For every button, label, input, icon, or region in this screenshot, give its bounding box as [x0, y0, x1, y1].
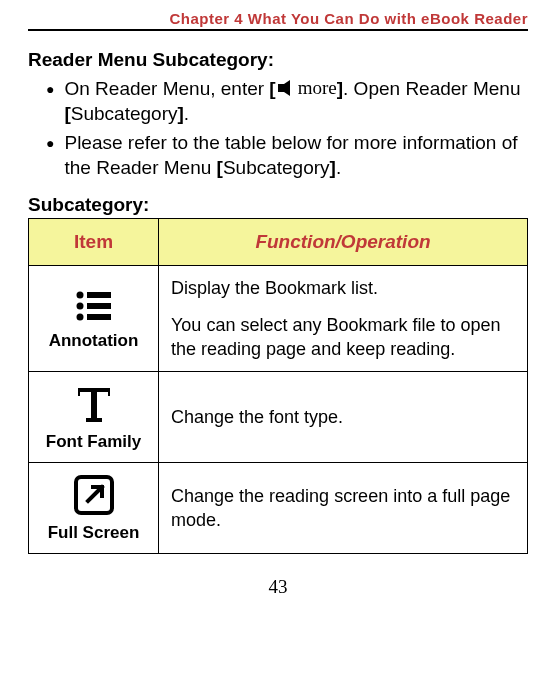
more-icon-group: more [276, 76, 337, 101]
bullet-item: ● Please refer to the table below for mo… [46, 131, 528, 180]
svg-point-2 [76, 302, 83, 309]
desc-paragraph: Display the Bookmark list. [171, 276, 515, 300]
svg-rect-5 [87, 314, 111, 320]
bullet-text: On Reader Menu, enter [more]. Open Reade… [64, 77, 528, 127]
svg-point-0 [76, 291, 83, 298]
text-fragment: On Reader Menu, enter [64, 78, 269, 99]
table-row: Font Family Change the font type. [29, 372, 528, 463]
table-header-row: Item Function/Operation [29, 219, 528, 266]
bullet-marker: ● [46, 134, 54, 180]
item-label: Full Screen [48, 523, 140, 542]
more-label: more [298, 76, 337, 101]
table-row: Annotation Display the Bookmark list. Yo… [29, 266, 528, 372]
section-title: Reader Menu Subcategory: [28, 49, 528, 71]
desc-paragraph: Change the reading screen into a full pa… [171, 484, 515, 533]
svg-point-4 [76, 313, 83, 320]
header-function: Function/Operation [159, 219, 528, 266]
text-fragment: . Open Reader Menu [343, 78, 520, 99]
bullet-text: Please refer to the table below for more… [64, 131, 528, 180]
chapter-header: Chapter 4 What You Can Do with eBook Rea… [28, 10, 528, 31]
speaker-icon [276, 79, 296, 97]
function-cell: Change the reading screen into a full pa… [159, 463, 528, 554]
desc-paragraph: You can select any Bookmark file to open… [171, 313, 515, 362]
function-cell: Display the Bookmark list. You can selec… [159, 266, 528, 372]
font-icon [72, 382, 116, 426]
item-cell-annotation: Annotation [29, 266, 159, 372]
subcategory-table: Item Function/Operation Annotation Displ… [28, 218, 528, 554]
item-label: Font Family [46, 432, 141, 451]
text-fragment: Subcategory [223, 157, 330, 178]
text-fragment: . [336, 157, 341, 178]
item-label: Annotation [49, 331, 139, 350]
text-fragment: Subcategory [71, 103, 178, 124]
header-item: Item [29, 219, 159, 266]
item-cell-font: Font Family [29, 372, 159, 463]
list-icon [72, 287, 116, 325]
function-cell: Change the font type. [159, 372, 528, 463]
bullet-marker: ● [46, 80, 54, 127]
text-fragment: . [184, 103, 189, 124]
bullet-item: ● On Reader Menu, enter [more]. Open Rea… [46, 77, 528, 127]
fullscreen-icon [72, 473, 116, 517]
svg-rect-1 [87, 292, 111, 298]
subcategory-label: Subcategory: [28, 194, 528, 216]
desc-paragraph: Change the font type. [171, 405, 515, 429]
page-number: 43 [28, 576, 528, 598]
bullet-list: ● On Reader Menu, enter [more]. Open Rea… [28, 77, 528, 180]
item-cell-fullscreen: Full Screen [29, 463, 159, 554]
table-row: Full Screen Change the reading screen in… [29, 463, 528, 554]
svg-rect-3 [87, 303, 111, 309]
